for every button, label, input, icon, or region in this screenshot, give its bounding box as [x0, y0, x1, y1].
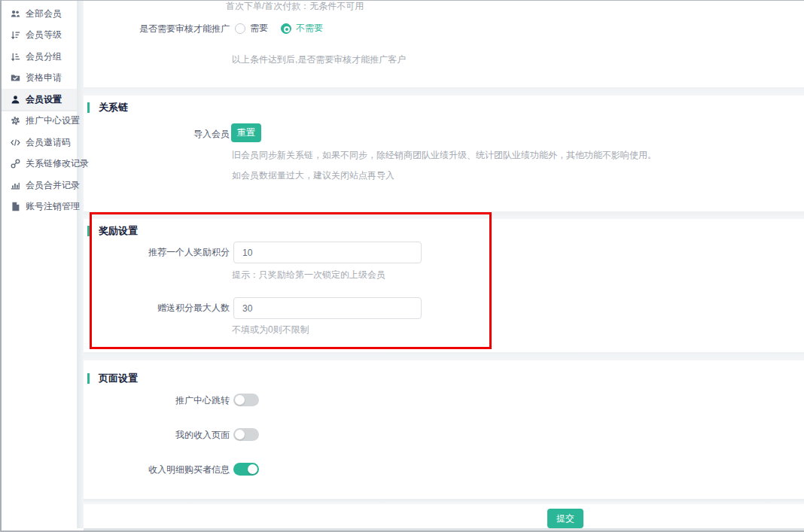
audit-section: 首次下单/首次付款：无条件不可用 是否需要审核才能推广 需要 不需要 以上条件达… [84, 0, 804, 87]
max-people-label: 赠送积分最大人数 [84, 302, 230, 315]
toggle-knob [248, 464, 257, 474]
toggle-row: 我的收入页面 [84, 428, 385, 442]
first-order-hint: 首次下单/首次付款：无条件不可用 [226, 1, 364, 11]
sidebar-item[interactable]: 全部会员 [2, 3, 77, 25]
sidebar-item-label: 会员设置 [26, 93, 62, 106]
sidebar-menu: 全部会员 会员等级 会员分组 资格申请 会员设置 推广中心设置 会员邀请码 [2, 1, 77, 217]
submit-button[interactable]: 提交 [547, 509, 583, 528]
relation-section: 关系链 导入会员 重置 旧会员同步新关系链，如果不同步，除经销商团队业绩升级、统… [84, 96, 804, 211]
main-content: 首次下单/首次付款：无条件不可用 是否需要审核才能推广 需要 不需要 以上条件达… [84, 0, 804, 532]
toggle-row: 收入明细购买者信息 [84, 463, 385, 476]
window-border-top [0, 0, 804, 1]
sidebar: 全部会员 会员等级 会员分组 资格申请 会员设置 推广中心设置 会员邀请码 [2, 1, 77, 528]
title-accent-bar [87, 226, 90, 236]
sidebar-item[interactable]: 会员合并记录 [2, 175, 77, 196]
footer-divider [84, 499, 804, 504]
sidebar-item[interactable]: 资格申请 [2, 68, 77, 90]
sidebar-item[interactable]: 会员设置 [2, 89, 77, 111]
sidebar-item[interactable]: 会员等级 [2, 25, 77, 47]
toggle-knob [235, 430, 245, 439]
toggle-knob [235, 395, 245, 405]
import-members-label: 导入会员 [84, 128, 230, 141]
relation-hint-1: 旧会员同步新关系链，如果不同步，除经销商团队业绩升级、统计团队业绩功能外，其他功… [232, 150, 656, 160]
page-section: 页面设置 推广中心跳转 我的收入页面 收入明细购买者信息 [84, 360, 804, 499]
reward-points-input[interactable] [233, 242, 422, 263]
sort-group-icon [10, 51, 20, 62]
section-divider [84, 87, 804, 96]
bar-chart-icon [10, 180, 20, 190]
sidebar-item[interactable]: 推广中心设置 [2, 111, 77, 132]
radio-option-label: 需要 [250, 22, 268, 35]
sidebar-item[interactable]: 账号注销管理 [2, 196, 77, 218]
max-people-hint: 不填或为0则不限制 [232, 324, 309, 335]
audit-radio-group: 需要 不需要 [235, 22, 336, 35]
title-accent-bar [87, 373, 90, 384]
radio-option[interactable]: 需要 [235, 22, 268, 35]
sidebar-item-label: 资格申请 [26, 71, 62, 84]
toggle-label: 收入明细购买者信息 [84, 464, 230, 476]
audit-hint: 以上条件达到后,是否需要审核才能推广客户 [232, 54, 406, 65]
section-title-reward: 奖励设置 [87, 224, 138, 238]
sidebar-item-label: 会员分组 [26, 50, 62, 63]
section-title-page: 页面设置 [87, 372, 138, 385]
toggle-switch[interactable] [233, 463, 259, 476]
toggle-label: 推广中心跳转 [84, 394, 230, 407]
section-title-relation: 关系链 [87, 101, 128, 114]
code-icon [10, 137, 20, 147]
users-icon [10, 8, 20, 19]
reward-section: 奖励设置 推荐一个人奖励积分 提示：只奖励给第一次锁定的上级会员 赠送积分最大人… [84, 219, 804, 352]
file-icon [10, 202, 20, 212]
relation-hint-2: 如会员数据量过大，建议关闭站点再导入 [232, 170, 394, 181]
toggle-label: 我的收入页面 [84, 429, 230, 442]
sidebar-item-label: 会员合并记录 [26, 179, 80, 192]
reward-points-hint: 提示：只奖励给第一次锁定的上级会员 [232, 269, 385, 280]
max-people-input[interactable] [233, 297, 422, 319]
user-icon [10, 94, 20, 105]
radio-option-label: 不需要 [296, 22, 323, 35]
sort-level-icon [10, 30, 20, 41]
sidebar-content-divider [77, 1, 84, 528]
reward-points-label: 推荐一个人奖励积分 [84, 246, 230, 259]
section-divider [84, 211, 804, 219]
sidebar-item-label: 关系链修改记录 [26, 157, 89, 170]
sidebar-item[interactable]: 会员邀请码 [2, 132, 77, 154]
sidebar-item-label: 全部会员 [26, 8, 62, 20]
sidebar-item-label: 账号注销管理 [26, 200, 80, 213]
folder-check-icon [10, 73, 20, 84]
toggle-row: 推广中心跳转 [84, 394, 385, 407]
audit-label: 是否需要审核才能推广 [84, 23, 230, 35]
footer-bar [84, 504, 804, 528]
toggle-switch[interactable] [233, 428, 259, 441]
sidebar-item-label: 会员邀请码 [26, 136, 71, 149]
sidebar-item-label: 会员等级 [26, 29, 62, 41]
sidebar-item[interactable]: 关系链修改记录 [2, 154, 77, 175]
radio-option[interactable]: 不需要 [281, 22, 323, 35]
sidebar-item[interactable]: 会员分组 [2, 46, 77, 68]
sidebar-item-label: 推广中心设置 [26, 114, 80, 127]
window-border-left [0, 0, 2, 532]
section-divider [84, 352, 804, 360]
radio-icon [235, 23, 245, 34]
gear-icon [10, 116, 20, 126]
reset-button[interactable]: 重置 [231, 123, 261, 142]
title-accent-bar [87, 102, 90, 113]
toggle-switch[interactable] [233, 394, 259, 406]
radio-icon [281, 23, 291, 34]
link-icon [10, 159, 20, 169]
